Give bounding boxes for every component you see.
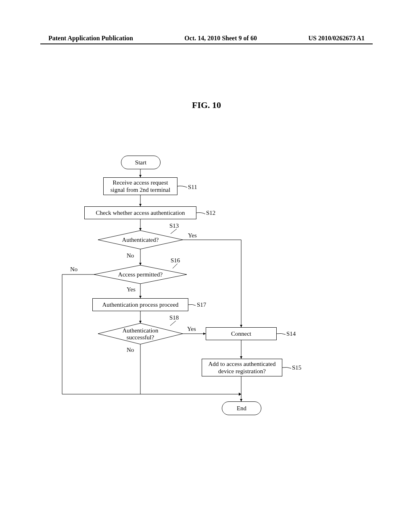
process-s14-text: Connect bbox=[231, 330, 251, 337]
step-label-s12: S12 bbox=[206, 210, 215, 216]
process-s11-text: Receive access request signal from 2nd t… bbox=[111, 179, 171, 193]
terminal-end-label: End bbox=[237, 405, 246, 412]
header-rule bbox=[40, 44, 373, 44]
step-label-s16: S16 bbox=[171, 257, 180, 264]
step-label-s11: S11 bbox=[188, 184, 197, 191]
svg-marker-21 bbox=[239, 393, 241, 396]
step-label-s14: S14 bbox=[286, 330, 296, 337]
step-label-s17: S17 bbox=[197, 301, 206, 308]
process-s11: Receive access request signal from 2nd t… bbox=[103, 177, 177, 195]
flowchart-svg bbox=[48, 145, 365, 427]
process-s12-text: Check whether access authentication bbox=[96, 209, 185, 216]
terminal-end: End bbox=[222, 401, 261, 415]
step-label-s18: S18 bbox=[169, 314, 179, 321]
header-right: US 2010/0262673 A1 bbox=[308, 35, 365, 42]
page-header: Patent Application Publication Oct. 14, … bbox=[0, 35, 413, 42]
process-s17: Authentication process proceed bbox=[92, 298, 188, 311]
branch-label-s18-no: No bbox=[127, 347, 134, 353]
terminal-start-label: Start bbox=[135, 159, 146, 166]
branch-label-s13-yes: Yes bbox=[188, 232, 197, 239]
step-label-s13: S13 bbox=[169, 222, 179, 229]
figure-title: FIG. 10 bbox=[0, 100, 413, 110]
process-s14: Connect bbox=[206, 327, 277, 340]
branch-label-s16-no: No bbox=[70, 266, 77, 273]
header-center: Oct. 14, 2010 Sheet 9 of 60 bbox=[184, 35, 257, 42]
process-s15: Add to access authenticated device regis… bbox=[202, 359, 282, 376]
process-s17-text: Authentication process proceed bbox=[102, 301, 178, 308]
process-s12: Check whether access authentication bbox=[84, 206, 196, 219]
svg-marker-8 bbox=[98, 231, 183, 249]
branch-label-s13-no: No bbox=[127, 252, 134, 259]
branch-label-s16-yes: Yes bbox=[127, 286, 136, 293]
terminal-start: Start bbox=[121, 156, 161, 169]
process-s15-text: Add to access authenticated device regis… bbox=[208, 360, 275, 375]
header-left: Patent Application Publication bbox=[48, 35, 133, 42]
flowchart: Start Receive access request signal from… bbox=[48, 145, 365, 427]
svg-marker-10 bbox=[98, 323, 183, 344]
step-label-s15: S15 bbox=[292, 364, 301, 371]
branch-label-s18-yes: Yes bbox=[187, 326, 196, 332]
